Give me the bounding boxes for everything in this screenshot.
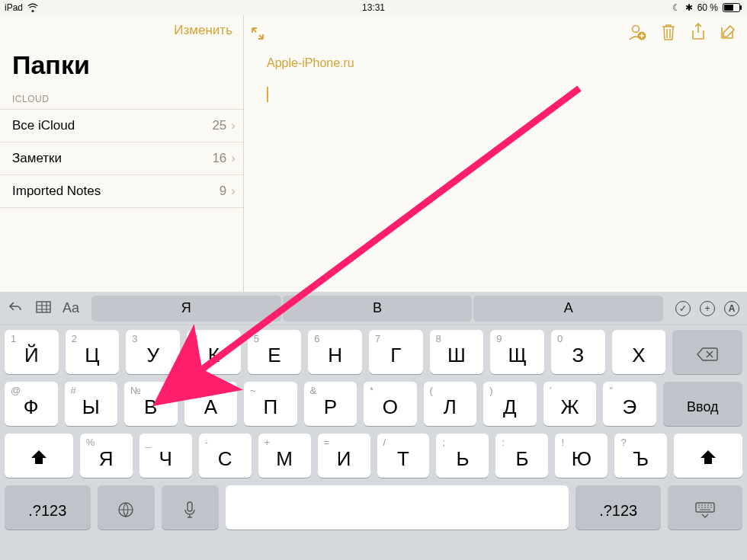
key-Ф[interactable]: @Ф bbox=[5, 382, 58, 426]
key-П[interactable]: ~П bbox=[244, 382, 297, 426]
edit-button[interactable]: Изменить bbox=[174, 23, 232, 38]
folder-count: 25 bbox=[212, 118, 226, 133]
key-С[interactable]: -С bbox=[199, 434, 252, 478]
key-space[interactable] bbox=[226, 485, 569, 530]
battery-text: 60 % bbox=[697, 2, 718, 13]
key-К[interactable]: 4К bbox=[187, 330, 241, 374]
key-Ж[interactable]: 'Ж bbox=[543, 382, 597, 426]
key-Г[interactable]: 7Г bbox=[369, 330, 423, 374]
chevron-right-icon: › bbox=[231, 151, 236, 166]
clock: 13:31 bbox=[362, 2, 385, 13]
key-В[interactable]: №В bbox=[124, 382, 178, 426]
expand-icon[interactable] bbox=[250, 26, 265, 41]
note-content-area: Apple-iPhone.ru bbox=[244, 15, 747, 292]
wifi-icon bbox=[27, 3, 38, 12]
section-label-icloud: ICLOUD bbox=[0, 91, 243, 109]
folder-label: Imported Notes bbox=[12, 184, 101, 199]
suggestion[interactable]: Я bbox=[91, 296, 281, 322]
key-М[interactable]: +М bbox=[258, 434, 311, 478]
svg-point-3 bbox=[633, 26, 640, 33]
key-И[interactable]: =И bbox=[318, 434, 370, 478]
marker-icon[interactable]: A bbox=[724, 301, 739, 316]
key-У[interactable]: 3У bbox=[126, 330, 180, 374]
check-suggestion-icon[interactable]: ✓ bbox=[675, 301, 691, 316]
key-Ч[interactable]: _Ч bbox=[139, 434, 192, 478]
key-hide-keyboard[interactable] bbox=[668, 485, 742, 530]
svg-rect-5 bbox=[37, 302, 50, 312]
key-Ввод[interactable]: Ввод bbox=[663, 382, 742, 426]
key-Ъ[interactable]: ?Ъ bbox=[614, 434, 667, 478]
undo-icon[interactable] bbox=[8, 300, 24, 317]
key-Р[interactable]: &Р bbox=[304, 382, 357, 426]
folder-label: Заметки bbox=[12, 151, 62, 166]
key-Ь[interactable]: ;Ь bbox=[436, 434, 489, 478]
key-.?123[interactable]: .?123 bbox=[575, 485, 662, 530]
svg-rect-7 bbox=[188, 502, 192, 511]
folder-count: 9 bbox=[220, 184, 226, 199]
key-Ю[interactable]: !Ю bbox=[555, 434, 608, 478]
trash-icon[interactable] bbox=[660, 23, 677, 44]
folder-item[interactable]: Заметки16› bbox=[0, 142, 243, 174]
svg-rect-2 bbox=[740, 5, 742, 10]
folder-count: 16 bbox=[212, 151, 226, 166]
key-shift-left[interactable] bbox=[5, 434, 73, 478]
svg-rect-1 bbox=[724, 5, 733, 11]
compose-icon[interactable] bbox=[720, 24, 736, 43]
plus-suggestion-icon[interactable]: + bbox=[700, 301, 715, 316]
chevron-right-icon: › bbox=[231, 184, 236, 199]
text-cursor bbox=[267, 87, 268, 102]
suggestion[interactable]: В bbox=[283, 296, 473, 322]
key-.?123[interactable]: .?123 bbox=[5, 485, 91, 530]
key-Б[interactable]: :Б bbox=[495, 434, 548, 478]
chevron-right-icon: › bbox=[231, 118, 236, 133]
key-Ш[interactable]: 8Ш bbox=[430, 330, 484, 374]
battery-icon bbox=[723, 3, 742, 12]
key-dictation[interactable] bbox=[162, 485, 219, 530]
page-title: Папки bbox=[0, 49, 243, 91]
key-Я[interactable]: %Я bbox=[80, 434, 133, 478]
bluetooth-icon: ✱ bbox=[685, 2, 693, 13]
add-person-icon[interactable] bbox=[627, 22, 646, 45]
key-А[interactable]: ₽А bbox=[184, 382, 238, 426]
status-bar: iPad 13:31 ☾ ✱ 60 % bbox=[0, 0, 747, 15]
key-backspace[interactable] bbox=[672, 330, 742, 374]
key-Э[interactable]: "Э bbox=[603, 382, 656, 426]
format-icon[interactable]: Aa bbox=[63, 300, 79, 316]
key-shift-right[interactable] bbox=[674, 434, 742, 478]
key-З[interactable]: 0З bbox=[551, 330, 605, 374]
key-Н[interactable]: 6Н bbox=[308, 330, 362, 374]
key-Л[interactable]: (Л bbox=[424, 382, 477, 426]
share-icon[interactable] bbox=[691, 23, 706, 44]
dnd-icon: ☾ bbox=[672, 2, 681, 13]
key-Й[interactable]: 1Й bbox=[5, 330, 59, 374]
key-Х[interactable]: Х bbox=[612, 330, 666, 374]
note-link[interactable]: Apple-iPhone.ru bbox=[267, 56, 724, 70]
folder-item[interactable]: Все iCloud25› bbox=[0, 109, 243, 142]
sidebar: Изменить Папки ICLOUD Все iCloud25›Замет… bbox=[0, 15, 244, 292]
device-label: iPad bbox=[5, 2, 23, 13]
key-О[interactable]: *О bbox=[364, 382, 417, 426]
folder-label: Все iCloud bbox=[12, 118, 75, 133]
key-Ц[interactable]: 2Ц bbox=[66, 330, 120, 374]
key-Ы[interactable]: #Ы bbox=[65, 382, 118, 426]
key-Д[interactable]: )Д bbox=[483, 382, 537, 426]
key-Е[interactable]: 5Е bbox=[248, 330, 302, 374]
key-Т[interactable]: /Т bbox=[377, 434, 430, 478]
key-Щ[interactable]: 9Щ bbox=[490, 330, 544, 374]
folder-item[interactable]: Imported Notes9› bbox=[0, 174, 243, 208]
suggestion[interactable]: А bbox=[473, 296, 663, 322]
table-insert-icon[interactable] bbox=[35, 300, 52, 317]
keyboard: Aa ЯВА ✓ + A 1Й2Ц3У4К5Е6Н7Г8Ш9Щ0ЗХ @Ф#Ы№… bbox=[0, 292, 747, 560]
key-globe[interactable] bbox=[98, 485, 155, 530]
